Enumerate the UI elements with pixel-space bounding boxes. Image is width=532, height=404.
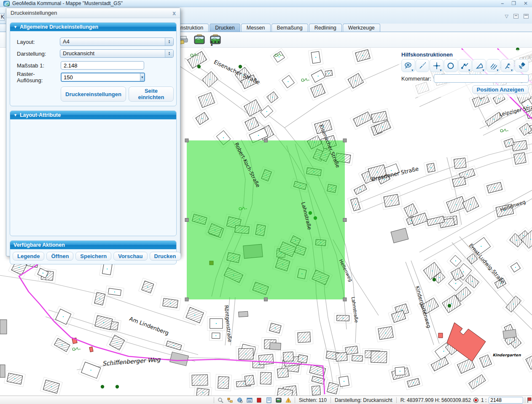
building-point <box>481 246 481 247</box>
massstab-input[interactable] <box>61 61 144 70</box>
map-clipboard-icon[interactable] <box>193 34 206 45</box>
stop-icon[interactable] <box>256 397 262 403</box>
satellite-tool[interactable] <box>515 59 529 72</box>
caret-down-icon[interactable]: ▼ <box>482 69 485 72</box>
building-point <box>519 145 520 146</box>
building-point <box>304 337 304 338</box>
seite-einrichten-button[interactable]: Seite einrichten <box>129 86 174 102</box>
tab-bemaßung[interactable]: Bemaßung <box>271 24 308 32</box>
circle-tool[interactable] <box>444 59 458 72</box>
print-area-overlay[interactable] <box>187 140 345 299</box>
raster-combobox[interactable]: ▼ <box>61 73 145 82</box>
overlay-handle[interactable] <box>185 139 188 142</box>
comment-input[interactable] <box>434 74 529 83</box>
crosshair-plus-tool[interactable]: ▼ <box>430 59 443 72</box>
speichern-button[interactable]: Speichern <box>75 252 111 261</box>
window-list-icon[interactable] <box>247 397 253 403</box>
darstellung-select[interactable]: Druckansicht ▲▼ <box>60 49 174 58</box>
building-point <box>317 370 318 371</box>
window-titlebar: GeoMedia Kommunal - Mappe "Musterstadt_G… <box>0 0 532 7</box>
menu-partial[interactable]: K <box>0 13 5 21</box>
polyline-tool[interactable]: ▼ <box>458 59 472 72</box>
tab-drucken[interactable]: Drucken <box>210 24 240 32</box>
zoom-icon[interactable] <box>218 397 223 403</box>
tab-messen[interactable]: Messen <box>241 24 271 32</box>
spinner-icon[interactable]: ▲▼ <box>165 50 173 57</box>
dropdown-icon[interactable]: ▼ <box>140 73 144 81</box>
building-point <box>99 298 100 299</box>
mdi-restore-icon[interactable] <box>513 14 519 19</box>
dialog-titlebar[interactable]: Druckeinstellungen x <box>6 8 180 18</box>
warning-icon[interactable] <box>285 397 291 403</box>
layout-select[interactable]: A4 ▲▼ <box>60 38 174 46</box>
overlay-handle[interactable] <box>185 298 188 301</box>
caret-down-icon[interactable]: ▼ <box>496 69 499 72</box>
building-point <box>379 116 380 117</box>
globe-search-icon[interactable] <box>237 397 243 403</box>
mdi-maximize-icon[interactable] <box>524 14 529 19</box>
building-point <box>410 210 411 211</box>
dialog-title: Druckeinstellungen <box>11 10 57 16</box>
action-buttons: LegendeÖffnenSpeichernVorschauDrucken <box>10 249 176 264</box>
overlay-handle[interactable] <box>343 139 347 142</box>
overlay-handle[interactable] <box>343 298 347 301</box>
tab-werkzeuge[interactable]: Werkzeuge <box>343 24 380 32</box>
flag-icon[interactable] <box>527 397 532 403</box>
dialog-close-icon[interactable]: x <box>172 10 176 16</box>
show-position-button[interactable]: Position Anzeigen <box>472 85 529 94</box>
building-point <box>170 303 171 304</box>
restore-button[interactable]: ❐ <box>511 0 516 7</box>
angle-tool[interactable]: ▼ <box>472 59 486 72</box>
building-point <box>355 81 356 81</box>
balloon-x-tool[interactable]: ▼ <box>401 59 415 72</box>
polyline-icon <box>461 62 469 70</box>
building-point <box>463 294 464 295</box>
layers-tree-icon[interactable] <box>227 397 233 403</box>
record-position-icon[interactable] <box>473 397 479 403</box>
caret-down-icon[interactable]: ▼ <box>439 69 442 72</box>
druckereinstellungen-button[interactable]: Druckereinstellungen <box>61 86 126 102</box>
drucken-button[interactable]: Drucken <box>150 252 181 261</box>
dropdown-arrow-icon[interactable]: ▽ <box>505 13 508 19</box>
tab-redlining[interactable]: Redlining <box>309 24 342 32</box>
caret-down-icon[interactable]: ▼ <box>411 69 414 72</box>
collapse-arrow-icon: ▼ <box>13 25 17 29</box>
perpendicular-tool[interactable]: ▼ <box>501 59 515 72</box>
caret-down-icon[interactable]: ▼ <box>510 69 513 72</box>
helper-panel-title: Hilfskonstruktionen <box>401 51 529 58</box>
building-point <box>147 286 148 287</box>
overlay-handle[interactable] <box>343 218 347 222</box>
map-image-icon[interactable] <box>276 397 282 403</box>
building-point <box>197 59 198 60</box>
document-icon[interactable] <box>266 397 272 403</box>
building-point <box>216 323 217 324</box>
section-general-header[interactable]: ▼ Allgemeine Druckeinstellungen <box>10 23 176 31</box>
parallel-lines-tool[interactable]: ▼ <box>486 59 500 72</box>
section-layout-attributes-header[interactable]: ▼ Layout-Attribute <box>10 111 176 119</box>
raster-input[interactable] <box>62 73 140 81</box>
close-button[interactable]: ✕ <box>524 0 528 7</box>
layout-attributes-body <box>10 119 176 236</box>
section-layout-attributes-title: Layout-Attribute <box>20 112 61 118</box>
-ffnen-button[interactable]: Öffnen <box>46 252 73 261</box>
building-point <box>391 200 392 201</box>
scale-input[interactable] <box>489 397 523 404</box>
overlay-handle[interactable] <box>185 218 188 222</box>
legende-button[interactable]: Legende <box>13 252 44 261</box>
vorschau-button[interactable]: Vorschau <box>113 252 147 261</box>
building-point <box>525 129 526 130</box>
map-clipboard-dots-icon[interactable]: ■ ■ ■ ■ <box>209 34 222 45</box>
dotted-line-icon <box>419 62 426 70</box>
building-point <box>103 322 104 323</box>
section-actions-header[interactable]: Verfügbare Aktionen <box>10 241 176 249</box>
crosshair-plus-icon <box>433 62 441 70</box>
building-point <box>317 90 318 91</box>
caret-down-icon[interactable]: ▼ <box>468 69 470 72</box>
overlay-handle[interactable] <box>264 298 268 301</box>
spinner-icon[interactable]: ▲▼ <box>165 38 173 46</box>
dotted-line-tool[interactable] <box>416 59 430 72</box>
raster-label: Raster-Auflösung: <box>17 71 61 83</box>
overlay-handle[interactable] <box>264 139 268 142</box>
minimize-button[interactable]: – <box>501 0 504 7</box>
building-point <box>287 81 288 82</box>
